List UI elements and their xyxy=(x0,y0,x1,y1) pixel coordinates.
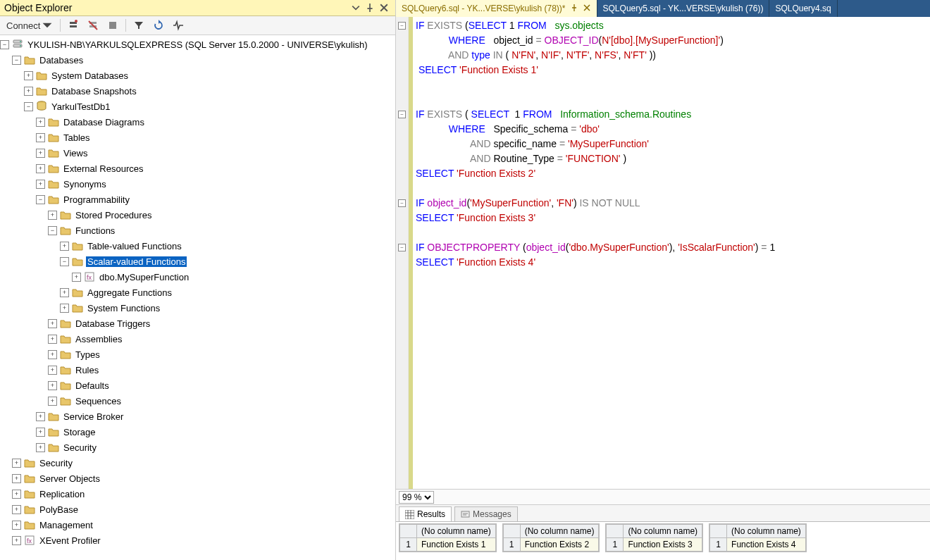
expander-icon[interactable]: − xyxy=(24,102,33,111)
tree-node-label[interactable]: Server Objects xyxy=(38,473,101,484)
tree-node-label[interactable]: System Functions xyxy=(86,303,161,313)
tree-node-label[interactable]: Sequences xyxy=(74,396,123,406)
expander-icon[interactable]: + xyxy=(12,536,21,545)
tree-node-label[interactable]: Databases xyxy=(38,55,85,66)
tree-node-label[interactable]: Database Snapshots xyxy=(50,86,138,97)
tree-node[interactable]: +Types xyxy=(0,347,395,362)
filter-icon[interactable] xyxy=(130,18,148,33)
expander-icon[interactable]: + xyxy=(48,350,57,359)
tree-node-label[interactable]: Security xyxy=(38,458,74,468)
tree-node-label[interactable]: Replication xyxy=(38,489,86,499)
tree-node-label[interactable]: Stored Procedures xyxy=(74,210,153,220)
row-number[interactable]: 1 xyxy=(607,538,624,552)
outline-margin[interactable]: −−−− xyxy=(396,17,409,489)
tree-node[interactable]: +Tables xyxy=(0,130,395,145)
refresh-icon[interactable] xyxy=(149,18,168,33)
stop-icon[interactable] xyxy=(104,18,122,33)
expander-icon[interactable]: − xyxy=(60,257,69,266)
pin-icon[interactable] xyxy=(570,4,578,14)
code-text[interactable]: IF EXISTS (SELECT 1 FROM sys.objects WHE… xyxy=(413,17,930,489)
close-icon[interactable] xyxy=(377,2,391,13)
editor-tab[interactable]: SQLQuery6.sql - YK...VERSE\ykulish (78))… xyxy=(396,0,597,17)
tree-node-label[interactable]: YKULISH-NB\YARKULSQLEXPRESS (SQL Server … xyxy=(26,39,369,50)
tree-node-label[interactable]: YarkulTestDb1 xyxy=(50,101,112,112)
expander-icon[interactable]: + xyxy=(48,211,57,220)
outline-toggle[interactable]: − xyxy=(398,22,406,30)
cell-value[interactable]: Function Exists 3 xyxy=(624,538,702,552)
expander-icon[interactable]: − xyxy=(0,40,9,49)
zoom-select[interactable]: 99 % xyxy=(399,491,434,504)
tree-node[interactable]: +Server Objects xyxy=(0,471,395,486)
expander-icon[interactable]: + xyxy=(36,180,45,189)
tree-node[interactable]: −YarkulTestDb1 xyxy=(0,99,395,114)
tree-node-label[interactable]: Service Broker xyxy=(62,411,125,422)
expander-icon[interactable]: + xyxy=(12,521,21,530)
expander-icon[interactable]: + xyxy=(36,428,45,437)
tree-node[interactable]: +Views xyxy=(0,145,395,161)
cell-value[interactable]: Function Exists 2 xyxy=(520,538,599,552)
tree-node[interactable]: +System Databases xyxy=(0,68,395,83)
outline-toggle[interactable]: − xyxy=(398,199,406,207)
code-editor[interactable]: −−−− IF EXISTS (SELECT 1 FROM sys.object… xyxy=(396,17,930,490)
tree-node[interactable]: +Database Diagrams xyxy=(0,114,395,130)
tree-node[interactable]: +Database Triggers xyxy=(0,316,395,331)
tree-node[interactable]: −Scalar-valued Functions xyxy=(0,254,395,269)
expander-icon[interactable]: + xyxy=(48,319,57,328)
expander-icon[interactable]: + xyxy=(60,304,69,313)
tree-node-label[interactable]: Aggregate Functions xyxy=(86,287,173,298)
tree-node-label[interactable]: Scalar-valued Functions xyxy=(86,256,187,267)
tree-node[interactable]: +Security xyxy=(0,440,395,455)
panel-dropdown-icon[interactable] xyxy=(349,2,363,13)
tree-node-label[interactable]: Views xyxy=(62,148,89,158)
cell-value[interactable]: Function Exists 4 xyxy=(727,538,806,552)
tree-node-label[interactable]: XEvent Profiler xyxy=(38,535,102,546)
tree-node-label[interactable]: Defaults xyxy=(74,380,111,391)
tree-node-label[interactable]: Assemblies xyxy=(74,334,123,344)
tree-node-label[interactable]: Synonyms xyxy=(62,179,108,189)
tree-node[interactable]: +Service Broker xyxy=(0,409,395,424)
editor-tab[interactable]: SQLQuery5.sql - YK...VERSE\ykulish (76)) xyxy=(597,0,770,17)
tree-node-label[interactable]: Management xyxy=(38,520,94,530)
expander-icon[interactable]: + xyxy=(48,335,57,344)
connect-button[interactable]: Connect xyxy=(3,18,56,33)
row-number[interactable]: 1 xyxy=(503,538,520,552)
tree-node[interactable]: −Functions xyxy=(0,223,395,238)
tree-node-label[interactable]: PolyBase xyxy=(38,504,80,515)
tree-node[interactable]: +Aggregate Functions xyxy=(0,285,395,300)
expander-icon[interactable]: + xyxy=(12,474,21,483)
expander-icon[interactable]: + xyxy=(72,273,81,282)
outline-toggle[interactable]: − xyxy=(398,244,406,251)
tree-node[interactable]: +Defaults xyxy=(0,378,395,393)
expander-icon[interactable]: − xyxy=(12,56,21,65)
tree-node[interactable]: +Table-valued Functions xyxy=(0,238,395,254)
tab-messages[interactable]: Messages xyxy=(454,506,518,521)
tree-node-label[interactable]: dbo.MySuperFunction xyxy=(98,272,190,282)
tree-node[interactable]: +dbo.MySuperFunction xyxy=(0,269,395,285)
column-header[interactable]: (No column name) xyxy=(520,525,599,538)
tree-node[interactable]: +External Resources xyxy=(0,161,395,176)
tree-node[interactable]: +Security xyxy=(0,455,395,471)
cell-value[interactable]: Function Exists 1 xyxy=(417,538,496,552)
expander-icon[interactable]: + xyxy=(24,71,33,80)
tree-node[interactable]: +Storage xyxy=(0,424,395,440)
expander-icon[interactable]: + xyxy=(36,133,45,142)
tree-node-label[interactable]: Types xyxy=(74,349,101,360)
close-icon[interactable] xyxy=(583,4,591,14)
expander-icon[interactable]: + xyxy=(48,381,57,390)
tree-node-label[interactable]: External Resources xyxy=(62,163,144,174)
tree-node[interactable]: +Sequences xyxy=(0,393,395,409)
editor-tab[interactable]: SQLQuery4.sq xyxy=(769,0,837,17)
tree-node-label[interactable]: Programmability xyxy=(62,194,131,205)
tree-node[interactable]: −YKULISH-NB\YARKULSQLEXPRESS (SQL Server… xyxy=(0,37,395,52)
expander-icon[interactable]: + xyxy=(12,505,21,514)
tree-node[interactable]: +Stored Procedures xyxy=(0,207,395,223)
expander-icon[interactable]: + xyxy=(12,459,21,468)
tree-node[interactable]: −Programmability xyxy=(0,192,395,207)
activity-monitor-icon[interactable] xyxy=(169,18,187,33)
expander-icon[interactable]: − xyxy=(36,195,45,204)
tree-node-label[interactable]: Database Diagrams xyxy=(62,117,146,127)
tree-node[interactable]: +Synonyms xyxy=(0,176,395,192)
expander-icon[interactable]: + xyxy=(36,149,45,158)
expander-icon[interactable]: + xyxy=(60,288,69,297)
disconnect-icon[interactable] xyxy=(84,18,102,33)
